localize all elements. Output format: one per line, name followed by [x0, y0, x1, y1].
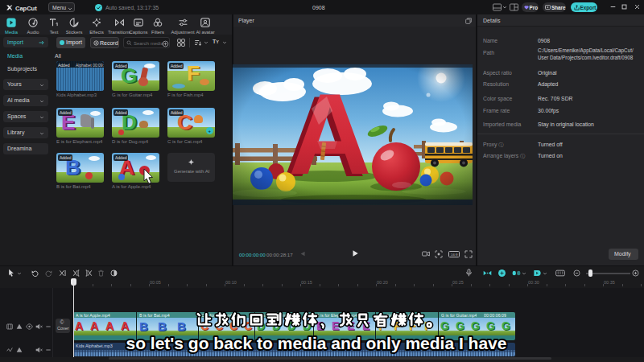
svg-text:so let's go back to media and: so let's go back to media and only media… [126, 334, 507, 352]
